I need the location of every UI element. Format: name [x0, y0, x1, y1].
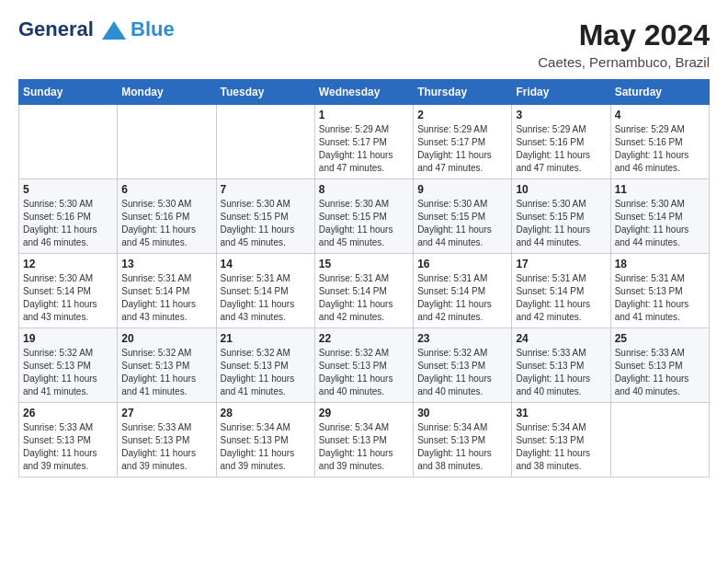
calendar-cell: 18Sunrise: 5:31 AM Sunset: 5:13 PM Dayli…: [610, 254, 709, 328]
calendar-cell: 15Sunrise: 5:31 AM Sunset: 5:14 PM Dayli…: [314, 254, 413, 328]
svg-marker-0: [102, 21, 126, 40]
calendar-cell: 16Sunrise: 5:31 AM Sunset: 5:14 PM Dayli…: [414, 254, 512, 328]
day-info: Sunrise: 5:32 AM Sunset: 5:13 PM Dayligh…: [221, 347, 311, 398]
day-info: Sunrise: 5:30 AM Sunset: 5:15 PM Dayligh…: [319, 198, 409, 249]
calendar-cell: 12Sunrise: 5:30 AM Sunset: 5:14 PM Dayli…: [19, 254, 118, 328]
calendar-cell: 26Sunrise: 5:33 AM Sunset: 5:13 PM Dayli…: [19, 403, 118, 477]
day-info: Sunrise: 5:30 AM Sunset: 5:14 PM Dayligh…: [23, 272, 113, 324]
logo-icon: [101, 20, 127, 40]
col-thursday: Thursday: [414, 80, 512, 105]
day-number: 8: [319, 183, 409, 196]
day-number: 29: [319, 407, 409, 419]
calendar-cell: 4Sunrise: 5:29 AM Sunset: 5:16 PM Daylig…: [610, 105, 709, 179]
calendar-cell: 25Sunrise: 5:33 AM Sunset: 5:13 PM Dayli…: [610, 328, 709, 403]
day-info: Sunrise: 5:34 AM Sunset: 5:13 PM Dayligh…: [516, 421, 606, 473]
day-info: Sunrise: 5:29 AM Sunset: 5:16 PM Dayligh…: [615, 123, 705, 175]
day-info: Sunrise: 5:31 AM Sunset: 5:14 PM Dayligh…: [221, 272, 311, 324]
title-block: May 2024 Caetes, Pernambuco, Brazil: [538, 18, 710, 70]
col-saturday: Saturday: [610, 80, 709, 105]
day-info: Sunrise: 5:29 AM Sunset: 5:17 PM Dayligh…: [319, 123, 409, 175]
day-number: 15: [319, 258, 409, 270]
calendar-cell: 1Sunrise: 5:29 AM Sunset: 5:17 PM Daylig…: [314, 105, 413, 179]
calendar-cell: 30Sunrise: 5:34 AM Sunset: 5:13 PM Dayli…: [414, 403, 512, 477]
col-wednesday: Wednesday: [314, 80, 413, 105]
calendar-cell: 23Sunrise: 5:32 AM Sunset: 5:13 PM Dayli…: [414, 328, 512, 403]
day-number: 14: [221, 258, 311, 270]
calendar-cell: [216, 105, 314, 179]
day-number: 6: [121, 183, 211, 196]
calendar-header-row: Sunday Monday Tuesday Wednesday Thursday…: [19, 80, 710, 105]
day-info: Sunrise: 5:34 AM Sunset: 5:13 PM Dayligh…: [319, 421, 409, 473]
day-number: 21: [221, 332, 311, 345]
logo-blue: Blue: [131, 18, 175, 40]
day-info: Sunrise: 5:32 AM Sunset: 5:13 PM Dayligh…: [23, 347, 113, 398]
day-number: 25: [615, 332, 705, 345]
month-year: May 2024: [538, 18, 710, 52]
col-sunday: Sunday: [19, 80, 118, 105]
calendar-cell: 21Sunrise: 5:32 AM Sunset: 5:13 PM Dayli…: [216, 328, 314, 403]
day-number: 20: [121, 332, 211, 345]
day-number: 11: [615, 183, 705, 196]
day-info: Sunrise: 5:30 AM Sunset: 5:16 PM Dayligh…: [23, 198, 113, 249]
calendar-cell: [118, 105, 216, 179]
calendar-week-row: 19Sunrise: 5:32 AM Sunset: 5:13 PM Dayli…: [19, 328, 710, 403]
day-info: Sunrise: 5:33 AM Sunset: 5:13 PM Dayligh…: [516, 347, 606, 398]
day-info: Sunrise: 5:30 AM Sunset: 5:15 PM Dayligh…: [221, 198, 311, 249]
calendar-cell: 27Sunrise: 5:33 AM Sunset: 5:13 PM Dayli…: [118, 403, 216, 477]
calendar-week-row: 12Sunrise: 5:30 AM Sunset: 5:14 PM Dayli…: [19, 254, 710, 328]
day-number: 30: [417, 407, 507, 419]
calendar-cell: 14Sunrise: 5:31 AM Sunset: 5:14 PM Dayli…: [216, 254, 314, 328]
col-tuesday: Tuesday: [216, 80, 314, 105]
day-number: 19: [23, 332, 113, 345]
day-number: 18: [615, 258, 705, 270]
day-info: Sunrise: 5:30 AM Sunset: 5:14 PM Dayligh…: [615, 198, 705, 249]
day-info: Sunrise: 5:32 AM Sunset: 5:13 PM Dayligh…: [319, 347, 409, 398]
calendar-table: Sunday Monday Tuesday Wednesday Thursday…: [18, 79, 710, 477]
calendar-cell: 17Sunrise: 5:31 AM Sunset: 5:14 PM Dayli…: [512, 254, 610, 328]
day-info: Sunrise: 5:31 AM Sunset: 5:13 PM Dayligh…: [615, 272, 705, 324]
calendar-cell: 3Sunrise: 5:29 AM Sunset: 5:16 PM Daylig…: [512, 105, 610, 179]
day-info: Sunrise: 5:32 AM Sunset: 5:13 PM Dayligh…: [417, 347, 507, 398]
day-number: 28: [221, 407, 311, 419]
day-info: Sunrise: 5:33 AM Sunset: 5:13 PM Dayligh…: [121, 421, 211, 473]
day-number: 9: [417, 183, 507, 196]
day-info: Sunrise: 5:29 AM Sunset: 5:16 PM Dayligh…: [516, 123, 606, 175]
day-info: Sunrise: 5:29 AM Sunset: 5:17 PM Dayligh…: [417, 123, 507, 175]
page-header: General Blue May 2024 Caetes, Pernambuco…: [18, 18, 710, 70]
day-number: 22: [319, 332, 409, 345]
calendar-cell: 8Sunrise: 5:30 AM Sunset: 5:15 PM Daylig…: [314, 179, 413, 254]
day-info: Sunrise: 5:32 AM Sunset: 5:13 PM Dayligh…: [121, 347, 211, 398]
day-info: Sunrise: 5:31 AM Sunset: 5:14 PM Dayligh…: [319, 272, 409, 324]
day-number: 3: [516, 109, 606, 121]
day-info: Sunrise: 5:30 AM Sunset: 5:15 PM Dayligh…: [417, 198, 507, 249]
location: Caetes, Pernambuco, Brazil: [538, 54, 710, 70]
calendar-cell: 22Sunrise: 5:32 AM Sunset: 5:13 PM Dayli…: [314, 328, 413, 403]
calendar-week-row: 26Sunrise: 5:33 AM Sunset: 5:13 PM Dayli…: [19, 403, 710, 477]
day-info: Sunrise: 5:34 AM Sunset: 5:13 PM Dayligh…: [221, 421, 311, 473]
calendar-cell: 20Sunrise: 5:32 AM Sunset: 5:13 PM Dayli…: [118, 328, 216, 403]
day-number: 13: [121, 258, 211, 270]
calendar-cell: 24Sunrise: 5:33 AM Sunset: 5:13 PM Dayli…: [512, 328, 610, 403]
calendar-cell: 29Sunrise: 5:34 AM Sunset: 5:13 PM Dayli…: [314, 403, 413, 477]
day-number: 1: [319, 109, 409, 121]
logo: General Blue: [18, 18, 175, 40]
calendar-cell: 5Sunrise: 5:30 AM Sunset: 5:16 PM Daylig…: [19, 179, 118, 254]
calendar-cell: 31Sunrise: 5:34 AM Sunset: 5:13 PM Dayli…: [512, 403, 610, 477]
logo-general: General: [18, 17, 94, 40]
day-number: 12: [23, 258, 113, 270]
day-info: Sunrise: 5:31 AM Sunset: 5:14 PM Dayligh…: [121, 272, 211, 324]
day-number: 2: [417, 109, 507, 121]
day-info: Sunrise: 5:33 AM Sunset: 5:13 PM Dayligh…: [615, 347, 705, 398]
calendar-cell: 11Sunrise: 5:30 AM Sunset: 5:14 PM Dayli…: [610, 179, 709, 254]
day-number: 10: [516, 183, 606, 196]
day-number: 4: [615, 109, 705, 121]
day-info: Sunrise: 5:31 AM Sunset: 5:14 PM Dayligh…: [516, 272, 606, 324]
day-info: Sunrise: 5:31 AM Sunset: 5:14 PM Dayligh…: [417, 272, 507, 324]
day-info: Sunrise: 5:30 AM Sunset: 5:15 PM Dayligh…: [516, 198, 606, 249]
day-number: 23: [417, 332, 507, 345]
calendar-cell: 10Sunrise: 5:30 AM Sunset: 5:15 PM Dayli…: [512, 179, 610, 254]
day-number: 17: [516, 258, 606, 270]
day-number: 31: [516, 407, 606, 419]
calendar-cell: 6Sunrise: 5:30 AM Sunset: 5:16 PM Daylig…: [118, 179, 216, 254]
col-monday: Monday: [118, 80, 216, 105]
